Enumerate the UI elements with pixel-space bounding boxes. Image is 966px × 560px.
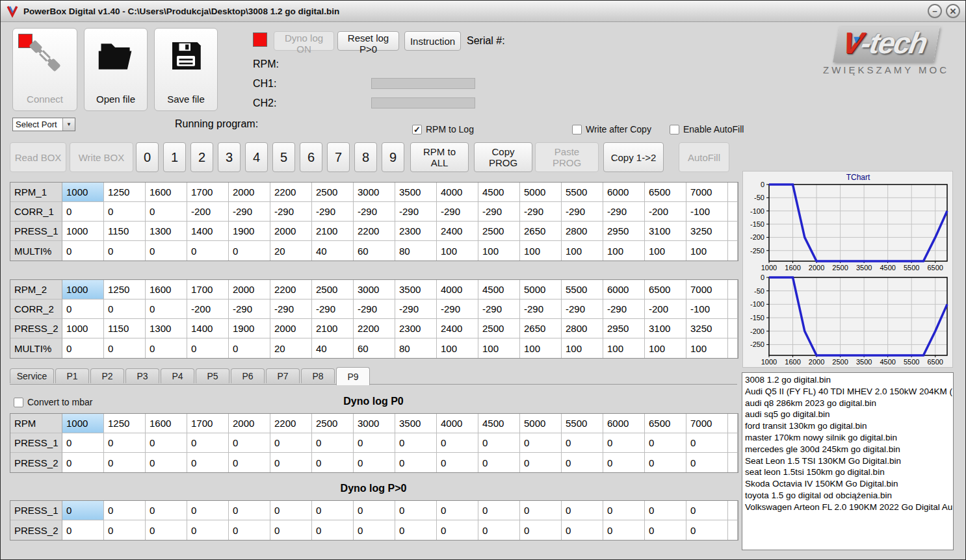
minimize-button[interactable]: − xyxy=(928,4,942,18)
grid-cell[interactable]: 6500 xyxy=(645,183,686,202)
grid-cell[interactable]: 0 xyxy=(229,501,270,520)
grid-cell[interactable]: 1300 xyxy=(146,319,187,338)
grid-cell[interactable]: 7000 xyxy=(686,414,728,433)
connect-button[interactable]: Connect xyxy=(12,28,77,111)
grid-cell[interactable]: 0 xyxy=(686,433,728,453)
grid-cell[interactable]: 0 xyxy=(478,433,520,453)
grid-cell[interactable]: -200 xyxy=(645,202,686,222)
grid-cell[interactable]: 0 xyxy=(104,501,146,520)
grid-cell[interactable]: 0 xyxy=(395,520,437,540)
grid-cell[interactable]: 3250 xyxy=(686,319,728,338)
grid-cell[interactable]: 2500 xyxy=(312,414,354,433)
grid-cell[interactable]: 2950 xyxy=(603,319,645,338)
grid-cell[interactable]: 100 xyxy=(520,338,562,358)
grid-cell[interactable]: 2800 xyxy=(562,222,603,241)
file-list-item[interactable]: mercedes gle 300d 245km go digital.bin xyxy=(745,444,950,455)
grid-cell[interactable]: 2500 xyxy=(478,319,520,338)
grid-cell[interactable]: 0 xyxy=(520,501,562,520)
grid-cell[interactable]: 1250 xyxy=(104,280,146,299)
tab-service[interactable]: Service xyxy=(10,368,54,383)
close-button[interactable]: ✕ xyxy=(946,4,960,18)
grid-cell[interactable]: 0 xyxy=(354,453,395,472)
grid-cell[interactable]: 5500 xyxy=(562,280,603,299)
grid-cell[interactable]: 3000 xyxy=(354,280,395,299)
grid-cell[interactable]: 2300 xyxy=(395,222,437,241)
tab-p4[interactable]: P4 xyxy=(161,368,194,383)
digit-button-4[interactable]: 4 xyxy=(245,142,268,172)
grid-cell[interactable]: 0 xyxy=(229,453,270,472)
checkbox-rpm-to-log[interactable]: ✓RPM to Log xyxy=(412,124,474,134)
write-box-button[interactable]: Write BOX xyxy=(70,142,133,172)
grid-cell[interactable]: 0 xyxy=(603,453,645,472)
grid-cell[interactable]: 2650 xyxy=(520,222,562,241)
grid-cell[interactable]: 0 xyxy=(312,520,354,540)
file-list-item[interactable]: audi q8 286km 2023 go digital.bin xyxy=(745,398,950,409)
grid-cell[interactable]: 4000 xyxy=(437,280,478,299)
grid-cell[interactable]: -290 xyxy=(603,202,645,222)
digit-button-5[interactable]: 5 xyxy=(272,142,295,172)
grid-cell[interactable]: 2000 xyxy=(229,280,270,299)
grid-cell[interactable]: 100 xyxy=(478,241,520,261)
grid-cell[interactable]: 100 xyxy=(520,241,562,261)
file-list-item[interactable]: Audi Q5 II (FY FL) 40 TDI MHEV 2.0 150kW… xyxy=(745,386,950,398)
grid-cell[interactable]: 0 xyxy=(520,433,562,453)
grid-cell[interactable]: 1900 xyxy=(229,222,270,241)
grid-cell[interactable]: 2100 xyxy=(312,319,354,338)
grid-cell[interactable]: 0 xyxy=(62,299,104,319)
grid-cell[interactable]: -290 xyxy=(478,202,520,222)
grid-cell[interactable]: 6500 xyxy=(645,280,686,299)
tab-p3[interactable]: P3 xyxy=(125,368,159,383)
grid-cell[interactable]: 100 xyxy=(562,241,603,261)
grid-cell[interactable]: 1400 xyxy=(187,319,229,338)
grid-cell[interactable]: -100 xyxy=(686,299,728,319)
grid-cell[interactable]: -290 xyxy=(562,299,603,319)
tab-p8[interactable]: P8 xyxy=(301,368,335,383)
grid-cell[interactable]: 5500 xyxy=(562,183,603,202)
grid-cell[interactable]: 2300 xyxy=(395,319,437,338)
grid-cell[interactable]: 0 xyxy=(270,453,312,472)
grid-cell[interactable]: 3500 xyxy=(395,280,437,299)
grid-cell[interactable]: 0 xyxy=(603,433,645,453)
digit-button-1[interactable]: 1 xyxy=(163,142,186,172)
file-list-item[interactable]: toyota 1.5 go digital od obciążenia.bin xyxy=(745,490,950,502)
grid-cell[interactable]: 0 xyxy=(603,501,645,520)
grid-cell[interactable]: 0 xyxy=(562,453,603,472)
grid-cell[interactable]: 1150 xyxy=(104,222,146,241)
grid-cell[interactable]: 0 xyxy=(562,520,603,540)
grid-cell[interactable]: 6000 xyxy=(603,280,645,299)
grid-cell[interactable]: -290 xyxy=(229,299,270,319)
file-list-item[interactable]: master 170km nowy silnik go digital.bin xyxy=(745,432,950,444)
grid-cell[interactable]: 0 xyxy=(645,520,686,540)
grid-cell[interactable]: 0 xyxy=(62,202,104,222)
grid-cell[interactable]: 3000 xyxy=(354,183,395,202)
grid-cell[interactable]: 0 xyxy=(187,501,229,520)
grid-cell[interactable]: -290 xyxy=(229,202,270,222)
grid-cell[interactable]: 0 xyxy=(62,453,104,472)
grid-cell[interactable]: 0 xyxy=(229,433,270,453)
grid-cell[interactable]: 3500 xyxy=(395,414,437,433)
grid-cell[interactable]: 0 xyxy=(62,501,104,520)
grid-cell[interactable]: 0 xyxy=(187,520,229,540)
grid-cell[interactable]: 2000 xyxy=(270,222,312,241)
grid-cell[interactable]: 1250 xyxy=(104,414,146,433)
grid-cell[interactable]: 1250 xyxy=(104,183,146,202)
grid-cell[interactable]: 2000 xyxy=(229,183,270,202)
digit-button-0[interactable]: 0 xyxy=(136,142,159,172)
grid-cell[interactable]: -290 xyxy=(312,299,354,319)
grid-cell[interactable]: 100 xyxy=(437,338,478,358)
file-list-item[interactable]: seat leon 1.5tsi 150km go digital.bin xyxy=(745,466,950,478)
tab-p9[interactable]: P9 xyxy=(336,367,370,385)
grid-cell[interactable]: 1600 xyxy=(146,280,187,299)
grid-cell[interactable]: 0 xyxy=(395,501,437,520)
grid-cell[interactable]: 0 xyxy=(146,338,187,358)
grid-cell[interactable]: 2400 xyxy=(437,222,478,241)
grid-cell[interactable]: 0 xyxy=(686,453,728,472)
file-list-item[interactable]: ford transit 130km go digital.bin xyxy=(745,420,950,432)
grid-cell[interactable]: 2500 xyxy=(312,280,354,299)
grid-cell[interactable]: 0 xyxy=(562,501,603,520)
grid-cell[interactable]: 2100 xyxy=(312,222,354,241)
grid-cell[interactable]: 100 xyxy=(603,241,645,261)
grid-cell[interactable]: 100 xyxy=(686,241,728,261)
grid-cell[interactable]: -290 xyxy=(270,202,312,222)
grid-cell[interactable]: 2200 xyxy=(270,280,312,299)
